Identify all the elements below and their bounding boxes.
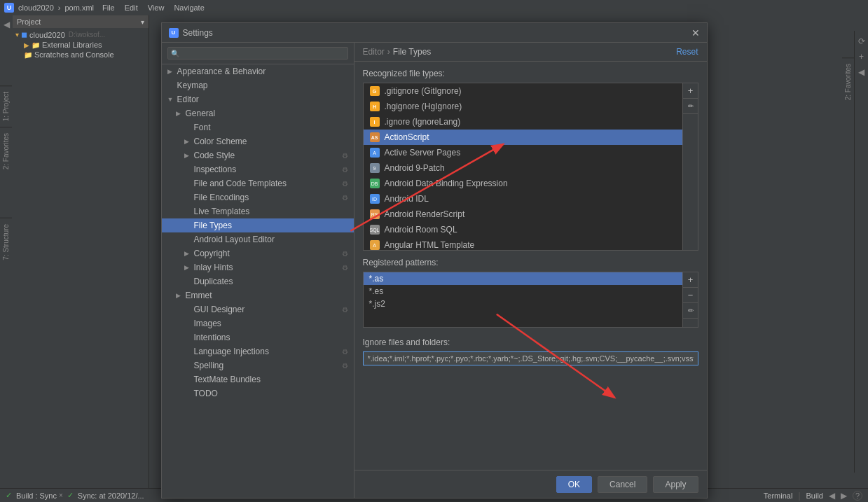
nav-item-intentions[interactable]: ▶ Intentions	[162, 330, 354, 344]
pattern-item-es[interactable]: *.es	[364, 285, 682, 298]
v-label-favorites[interactable]: 2: Favorites	[842, 57, 854, 106]
menu-file[interactable]: File	[98, 3, 119, 13]
ft-label-idl: Android IDL	[385, 194, 429, 204]
registered-label: Registered patterns:	[363, 258, 698, 267]
search-input[interactable]	[167, 47, 348, 60]
ft-label-as: ActionScript	[385, 132, 429, 142]
ide-filename: pom.xml	[64, 4, 94, 12]
pattern-item-js2[interactable]: *.js2	[364, 298, 682, 310]
ft-item-angularhtml[interactable]: A Angular HTML Template	[364, 237, 682, 250]
nav-item-textmate[interactable]: ▶ TextMate Bundles	[162, 372, 354, 386]
ft-item-renderscript[interactable]: RS Android RenderScript	[364, 207, 682, 222]
nav-item-livetpl[interactable]: ▶ Live Templates	[162, 204, 354, 218]
ft-edit-button[interactable]: ✏	[683, 99, 698, 114]
arrow-codestyle: ▶	[184, 152, 191, 159]
menu-edit[interactable]: Edit	[120, 3, 142, 13]
sync-label: Sync	[40, 491, 57, 500]
help-icon[interactable]: ?	[853, 491, 862, 501]
menu-navigate[interactable]: Navigate	[170, 3, 208, 13]
breadcrumb-current: File Types	[393, 47, 431, 57]
nav-item-fileenc[interactable]: ▶ File Encodings ⚙	[162, 190, 354, 204]
ft-item-androididl[interactable]: ID Android IDL	[364, 191, 682, 207]
apply-button[interactable]: Apply	[653, 476, 698, 493]
nav-label-lt: Live Templates	[194, 207, 250, 216]
ft-item-asp[interactable]: A Active Server Pages	[364, 145, 682, 160]
nav-item-langinj[interactable]: ▶ Language Injections ⚙	[162, 344, 354, 358]
arrow-ih: ▶	[184, 264, 191, 271]
sync-close[interactable]: ×	[59, 491, 63, 499]
arrow-down-icon: ▼	[167, 96, 174, 103]
bottom-sep: |	[798, 491, 800, 501]
pattern-item-as[interactable]: *.as	[364, 272, 682, 285]
ft-item-databinding[interactable]: DB Android Data Binding Expression	[364, 176, 682, 191]
dialog-title: Settings	[183, 28, 213, 38]
asp-icon: A	[370, 148, 380, 158]
ft-icon-ignore: I	[369, 116, 380, 127]
build-label: Build	[16, 491, 33, 500]
nav-item-keymap[interactable]: ▶ Keymap	[162, 78, 354, 92]
menu-view[interactable]: View	[144, 3, 169, 13]
nav-label-ih: Inlay Hints	[194, 263, 233, 272]
ft-item-hgignore[interactable]: H .hgignore (HgIgnore)	[364, 99, 682, 114]
ft-label-ignore: .ignore (IgnoreLang)	[385, 117, 461, 127]
nav-item-colorscheme[interactable]: ▶ Color Scheme	[162, 134, 354, 148]
pattern-remove-button[interactable]: −	[683, 288, 698, 303]
nav-item-spelling[interactable]: ▶ Spelling ⚙	[162, 358, 354, 372]
ignore-label: Ignore files and folders:	[363, 337, 698, 347]
nav-next-icon[interactable]: ▶	[841, 491, 847, 501]
reset-button[interactable]: Reset	[676, 47, 698, 57]
nav-item-emmet[interactable]: ▶ Emmet	[162, 288, 354, 302]
nav-item-android-le[interactable]: ▶ Android Layout Editor	[162, 232, 354, 246]
right-icon-1[interactable]: ⟳	[857, 35, 867, 48]
as-icon: AS	[370, 132, 380, 142]
right-icon-2[interactable]: +	[857, 50, 865, 63]
patterns-section: Registered patterns: *.as *.es *.js2 +	[363, 258, 698, 328]
ft-item-android9[interactable]: 9 Android 9-Patch	[364, 160, 682, 176]
content-panel: Editor › File Types Reset Recognized fil…	[354, 43, 707, 498]
dialog-footer: OK Cancel Apply	[354, 470, 707, 498]
nav-label-li: Language Injections	[194, 347, 269, 356]
nav-item-filetypes[interactable]: ▶ File Types	[162, 218, 354, 232]
nav-item-appearance[interactable]: ▶ Appearance & Behavior	[162, 64, 354, 78]
ide-window: U cloud2020 › pom.xml File Edit View Nav…	[0, 0, 868, 502]
ft-add-button[interactable]: +	[683, 83, 698, 99]
ignore-input[interactable]	[363, 351, 698, 365]
ft-item-ignore[interactable]: I .ignore (IgnoreLang)	[364, 114, 682, 130]
gear-icon-li: ⚙	[342, 348, 348, 356]
nav-item-todo[interactable]: ▶ TODO	[162, 386, 354, 400]
ft-icon-rs: RS	[369, 209, 380, 220]
close-button[interactable]: ✕	[691, 28, 700, 38]
build-bottom-tab[interactable]: Build	[806, 491, 823, 500]
nav-item-codestyle[interactable]: ▶ Code Style ⚙	[162, 148, 354, 162]
nav-item-duplicates[interactable]: ▶ Duplicates	[162, 274, 354, 288]
nav-label-editor: Editor	[177, 95, 199, 104]
nav-item-guidesigner[interactable]: ▶ GUI Designer ⚙	[162, 302, 354, 316]
ok-button[interactable]: OK	[556, 476, 592, 493]
pattern-edit-button[interactable]: ✏	[683, 303, 698, 319]
right-icon-arrow[interactable]: ◀	[857, 66, 866, 78]
build-tab[interactable]: Build: Sync ×	[16, 491, 63, 500]
nav-item-filecodetpl[interactable]: ▶ File and Code Templates ⚙	[162, 176, 354, 190]
nav-prev-icon[interactable]: ◀	[829, 491, 835, 501]
ft-icon-anghtml: A	[369, 239, 380, 250]
patterns-list: *.as *.es *.js2	[363, 272, 683, 328]
ft-item-actionscript[interactable]: AS ActionScript	[364, 130, 682, 145]
gear-icon-sp: ⚙	[342, 362, 348, 370]
nav-item-images[interactable]: ▶ Images	[162, 316, 354, 330]
nav-item-inlayhints[interactable]: ▶ Inlay Hints ⚙	[162, 260, 354, 274]
rs-icon: RS	[370, 209, 380, 219]
ft-item-gitignore[interactable]: G .gitignore (GitIgnore)	[364, 83, 682, 99]
cancel-button[interactable]: Cancel	[598, 476, 647, 493]
nav-item-copyright[interactable]: ▶ Copyright ⚙	[162, 246, 354, 260]
nav-item-editor[interactable]: ▼ Editor	[162, 92, 354, 106]
pattern-add-button[interactable]: +	[683, 272, 698, 288]
ft-icon-db: DB	[369, 178, 380, 189]
ft-item-roomsql[interactable]: SQL Android Room SQL	[364, 222, 682, 237]
terminal-tab[interactable]: Terminal	[764, 491, 793, 500]
nav-item-inspections[interactable]: ▶ Inspections ⚙	[162, 162, 354, 176]
ft-label-anghtml: Angular HTML Template	[385, 240, 475, 250]
sync-status-text: Sync: at 2020/12/...	[78, 491, 144, 500]
ft-list-inner: G .gitignore (GitIgnore) H	[364, 83, 682, 250]
nav-item-general[interactable]: ▶ General	[162, 106, 354, 120]
nav-item-font[interactable]: ▶ Font	[162, 120, 354, 134]
